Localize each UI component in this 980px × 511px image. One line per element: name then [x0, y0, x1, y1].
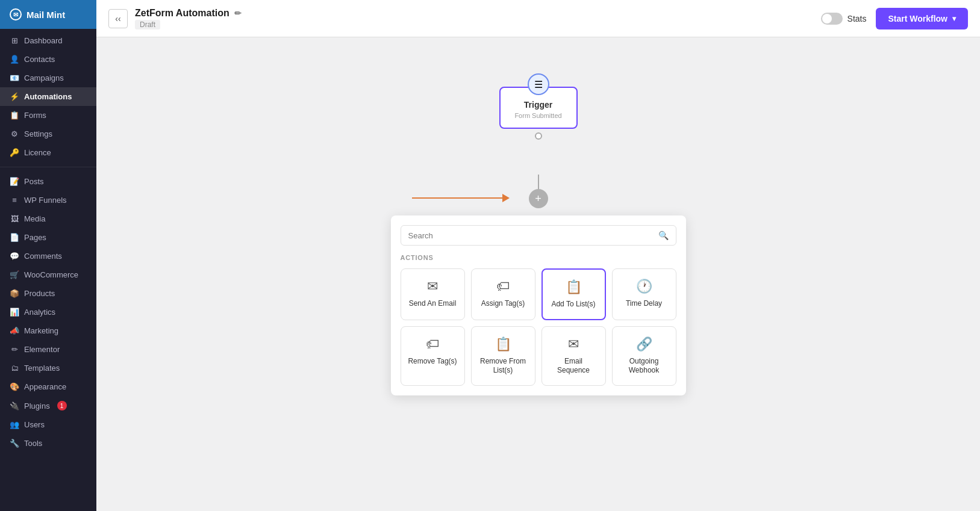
sidebar-item-analytics[interactable]: 📊Analytics [0, 303, 96, 321]
outgoing-webhook-icon: 🔗 [619, 336, 670, 352]
start-workflow-chevron: ▾ [952, 14, 956, 23]
outgoing-webhook-label: Outgoing Webhook [619, 357, 670, 376]
analytics-icon: 📊 [10, 308, 19, 317]
trigger-title: Trigger [508, 100, 569, 110]
trigger-connector-dot [535, 132, 542, 140]
sidebar-item-elementor[interactable]: ✏Elementor [0, 340, 96, 359]
sidebar-item-dashboard[interactable]: ⊞Dashboard [0, 31, 96, 50]
email-sequence-icon: ✉ [548, 336, 599, 352]
stats-switch[interactable] [821, 13, 843, 25]
action-card-add-to-list[interactable]: 📋 Add To List(s) [541, 268, 606, 320]
products-icon: 📦 [10, 289, 19, 298]
sidebar-item-label-comments: Comments [24, 252, 62, 261]
sidebar-bottom-section: 📝Posts≡WP Funnels🖼Media📄Pages💬Comments🛒W… [0, 170, 96, 455]
sidebar-item-users[interactable]: 👥Users [0, 415, 96, 434]
sidebar-item-forms[interactable]: 📋Forms [0, 106, 96, 125]
sidebar-item-appearance[interactable]: 🎨Appearance [0, 377, 96, 396]
elementor-icon: ✏ [10, 345, 19, 354]
sidebar-item-label-elementor: Elementor [24, 345, 60, 354]
trigger-icon-symbol: ☰ [534, 79, 543, 90]
sidebar-item-marketing[interactable]: 📣Marketing [0, 321, 96, 340]
sidebar-item-products[interactable]: 📦Products [0, 284, 96, 303]
remove-tag-label: Remove Tag(s) [407, 357, 458, 367]
search-container: 🔍 [401, 225, 676, 246]
sidebar-item-label-marketing: Marketing [24, 326, 58, 335]
sidebar-item-label-wp-funnels: WP Funnels [24, 196, 67, 205]
sidebar-item-wp-funnels[interactable]: ≡WP Funnels [0, 191, 96, 209]
sidebar-item-label-automations: Automations [24, 92, 72, 101]
arrow-indicator [412, 194, 510, 202]
sidebar: ✉ Mail Mint ⊞Dashboard👤Contacts📧Campaign… [0, 0, 96, 511]
sidebar-item-media[interactable]: 🖼Media [0, 209, 96, 228]
sidebar-item-contacts[interactable]: 👤Contacts [0, 50, 96, 69]
trigger-node[interactable]: ☰ Trigger Form Submitted [499, 73, 578, 140]
automations-icon: ⚡ [10, 92, 19, 101]
sidebar-brand[interactable]: ✉ Mail Mint [0, 0, 96, 29]
sidebar-item-label-contacts: Contacts [24, 55, 55, 64]
sidebar-item-label-products: Products [24, 289, 55, 298]
main-area: ‹‹ ZetForm Automation ✏ Draft Stats Star… [96, 0, 980, 511]
pages-icon: 📄 [10, 233, 19, 242]
sidebar-item-licence[interactable]: 🔑Licence [0, 143, 96, 162]
sidebar-item-posts[interactable]: 📝Posts [0, 172, 96, 191]
search-input[interactable] [408, 231, 654, 240]
sidebar-item-label-plugins: Plugins [24, 401, 50, 410]
contacts-icon: 👤 [10, 55, 19, 64]
action-card-send-email[interactable]: ✉ Send An Email [401, 268, 465, 320]
sidebar-item-label-pages: Pages [24, 233, 46, 242]
templates-icon: 🗂 [10, 364, 19, 373]
remove-from-list-icon: 📋 [478, 336, 529, 352]
plugins-icon: 🔌 [10, 401, 19, 410]
sidebar-item-comments[interactable]: 💬Comments [0, 247, 96, 265]
send-email-label: Send An Email [407, 299, 458, 309]
remove-tag-icon: 🏷 [407, 336, 458, 352]
sidebar-item-label-users: Users [24, 420, 45, 429]
sidebar-item-label-campaigns: Campaigns [24, 73, 64, 82]
start-workflow-button[interactable]: Start Workflow ▾ [876, 8, 968, 29]
assign-tag-icon: 🏷 [478, 279, 529, 294]
remove-from-list-label: Remove From List(s) [478, 357, 529, 376]
arrow-head [502, 194, 510, 202]
sidebar-item-label-settings: Settings [24, 129, 52, 138]
action-card-email-sequence[interactable]: ✉ Email Sequence [541, 326, 606, 386]
licence-icon: 🔑 [10, 148, 19, 157]
forms-icon: 📋 [10, 111, 19, 120]
add-node-button[interactable]: + [529, 189, 548, 208]
action-card-remove-tag[interactable]: 🏷 Remove Tag(s) [401, 326, 465, 386]
trigger-icon: ☰ [528, 73, 549, 95]
campaigns-icon: 📧 [10, 73, 19, 82]
actions-section-label: ACTIONS [401, 254, 676, 261]
stats-toggle[interactable]: Stats [821, 13, 867, 25]
back-button[interactable]: ‹‹ [108, 9, 128, 28]
sidebar-item-pages[interactable]: 📄Pages [0, 228, 96, 247]
action-card-assign-tag[interactable]: 🏷 Assign Tag(s) [471, 268, 535, 320]
sidebar-item-tools[interactable]: 🔧Tools [0, 434, 96, 453]
action-card-outgoing-webhook[interactable]: 🔗 Outgoing Webhook [612, 326, 676, 386]
dashboard-icon: ⊞ [10, 36, 19, 45]
add-to-list-icon: 📋 [549, 279, 599, 295]
sidebar-item-label-analytics: Analytics [24, 308, 55, 317]
add-to-list-label: Add To List(s) [549, 300, 599, 309]
sidebar-item-templates[interactable]: 🗂Templates [0, 359, 96, 377]
appearance-icon: 🎨 [10, 382, 19, 391]
sidebar-item-label-tools: Tools [24, 439, 42, 448]
sidebar-item-woocommerce[interactable]: 🛒WooCommerce [0, 265, 96, 284]
sidebar-item-campaigns[interactable]: 📧Campaigns [0, 69, 96, 87]
action-panel: 🔍 ACTIONS ✉ Send An Email 🏷 Assign Tag(s… [391, 215, 686, 395]
sidebar-item-label-dashboard: Dashboard [24, 36, 63, 45]
media-icon: 🖼 [10, 214, 19, 223]
woocommerce-icon: 🛒 [10, 270, 19, 279]
search-icon: 🔍 [658, 231, 669, 240]
page-title-text: ZetForm Automation [135, 8, 229, 19]
sidebar-item-label-appearance: Appearance [24, 382, 66, 391]
sidebar-item-automations[interactable]: ⚡Automations [0, 87, 96, 106]
time-delay-icon: 🕐 [619, 279, 670, 294]
title-area: ZetForm Automation ✏ Draft [135, 8, 814, 29]
sidebar-item-plugins[interactable]: 🔌Plugins1 [0, 396, 96, 415]
edit-title-icon[interactable]: ✏ [234, 8, 242, 18]
mail-mint-icon: ✉ [10, 8, 22, 20]
action-card-time-delay[interactable]: 🕐 Time Delay [612, 268, 676, 320]
action-card-remove-from-list[interactable]: 📋 Remove From List(s) [471, 326, 535, 386]
sidebar-item-settings[interactable]: ⚙Settings [0, 125, 96, 143]
workflow-canvas: ☰ Trigger Form Submitted + 🔍 ACTIONS [96, 37, 980, 511]
